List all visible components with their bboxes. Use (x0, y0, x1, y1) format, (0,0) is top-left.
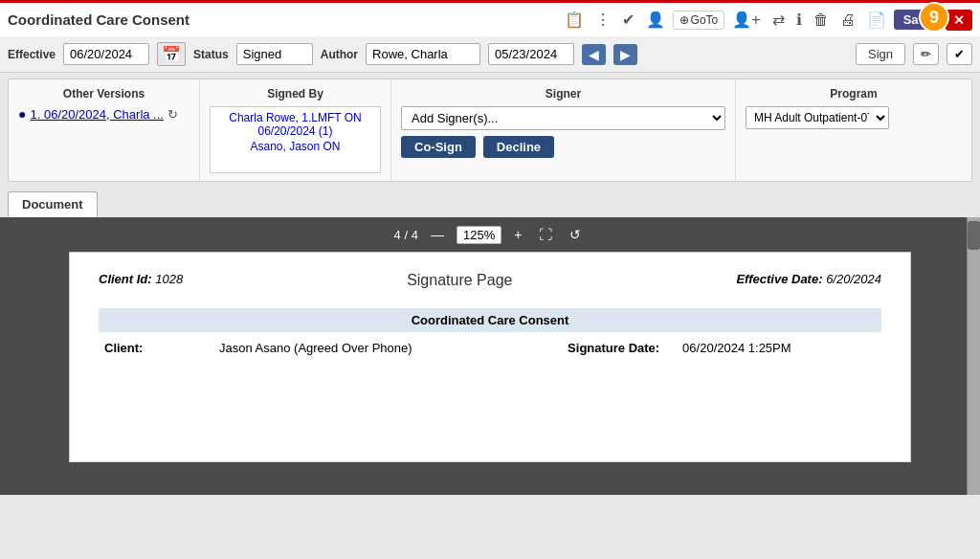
cosign-button[interactable]: Co-Sign (401, 136, 476, 158)
check-icon-button[interactable]: ✔ (618, 9, 638, 31)
edit-button[interactable]: ✏ (913, 43, 939, 65)
page-current: 4 / 4 (394, 228, 418, 242)
goto-button[interactable]: ⊕ GoTo (673, 11, 725, 30)
document-content: Client Id: 1028 Signature Page Effective… (69, 252, 911, 462)
sig-date-label-cell: Signature Date: (562, 338, 677, 358)
other-versions-header: Other Versions (18, 87, 189, 101)
decline-button[interactable]: Decline (483, 136, 554, 158)
status-input[interactable] (236, 43, 313, 65)
other-versions-item: ● 1. 06/20/2024, Charla ... ↻ (18, 106, 189, 122)
save-wrapper: Save 9 (894, 10, 942, 30)
nav-next-button[interactable]: ▶ (613, 44, 637, 65)
notification-badge: 9 (919, 2, 949, 33)
radio-dot: ● (18, 106, 26, 122)
signer-header: Signer (401, 87, 725, 101)
print-button[interactable]: 🖨 (836, 10, 859, 31)
app-title: Coordinated Care Consent (8, 11, 189, 28)
signer-dropdown: Add Signer(s)... (401, 106, 725, 130)
menu-button[interactable]: ⋮ (591, 9, 614, 31)
goto-label: GoTo (691, 13, 719, 27)
fit-page-button[interactable]: ⛶ (534, 225, 557, 244)
calendar-icon: 📅 (162, 45, 181, 63)
doc-page-title: Signature Page (407, 272, 512, 289)
status-label: Status (193, 48, 229, 61)
transfer-button[interactable]: ⇄ (768, 9, 789, 31)
nav-prev-button[interactable]: ◀ (582, 44, 606, 65)
doc-effective-date: Effective Date: 6/20/2024 (736, 272, 881, 289)
checkmark-button[interactable]: ✔ (947, 43, 972, 65)
client-value-cell: Jason Asano (Agreed Over Phone) (213, 338, 562, 358)
columns-section: Other Versions ● 1. 06/20/2024, Charla .… (8, 78, 972, 182)
tabs-row: Document (0, 188, 980, 217)
delete-icon: 🗑 (813, 11, 829, 29)
zoom-level: 125% (457, 226, 501, 244)
doc-section-title: Coordinated Care Consent (99, 308, 881, 332)
program-select[interactable]: MH Adult Outpatient-07 (746, 106, 889, 129)
author-input[interactable] (366, 43, 480, 65)
doc-icon-button[interactable]: 📋 (561, 9, 588, 31)
client-id-value: 1028 (155, 272, 183, 286)
signed-by-item[interactable]: Asano, Jason ON (214, 140, 376, 153)
signed-by-list[interactable]: Charla Rowe, 1.LMFT ON 06/20/2024 (1) As… (210, 106, 381, 173)
refresh-icon[interactable]: ↻ (167, 107, 178, 122)
info-icon: ℹ (796, 11, 802, 29)
rotate-icon: ↺ (569, 227, 581, 242)
add-person-icon: 👤+ (732, 11, 760, 29)
export-button[interactable]: 📄 (863, 9, 890, 31)
client-label: Client: (104, 341, 143, 355)
sig-date-value-cell: 06/20/2024 1:25PM (677, 338, 881, 358)
document-area: 4 / 4 — 125% + ⛶ ↺ Client Id: 1028 Signa… (0, 217, 980, 495)
add-person-button[interactable]: 👤+ (728, 9, 764, 31)
zoom-in-button[interactable]: + (509, 225, 526, 244)
author-label: Author (321, 48, 358, 61)
info-button[interactable]: ℹ (792, 9, 806, 31)
eff-date-value: 6/20/2024 (826, 272, 881, 286)
tab-document[interactable]: Document (8, 191, 98, 217)
transfer-icon: ⇄ (772, 11, 785, 29)
program-section: Program MH Adult Outpatient-07 (736, 79, 971, 181)
menu-icon: ⋮ (595, 11, 611, 29)
tab-document-label: Document (22, 197, 83, 212)
other-versions-section: Other Versions ● 1. 06/20/2024, Charla .… (9, 79, 200, 181)
doc-header-row: Client Id: 1028 Signature Page Effective… (99, 272, 881, 289)
doc-toolbar: 4 / 4 — 125% + ⛶ ↺ (394, 225, 587, 244)
delete-button[interactable]: 🗑 (810, 10, 833, 31)
print-icon: 🖨 (840, 11, 856, 29)
toolbar-row: Effective 📅 Status Author ◀ ▶ Sign ✏ ✔ (0, 36, 980, 73)
table-row: Client: Jason Asano (Agreed Over Phone) … (99, 338, 881, 358)
rotate-button[interactable]: ↺ (565, 225, 586, 244)
client-id-label: Client Id: (99, 272, 152, 286)
effective-date-input[interactable] (63, 43, 149, 65)
sign-button[interactable]: Sign (856, 43, 905, 65)
signed-by-section: Signed By Charla Rowe, 1.LMFT ON 06/20/2… (200, 79, 391, 181)
calendar-icon-button[interactable]: 📅 (157, 42, 186, 66)
checkmark-icon: ✔ (954, 47, 965, 61)
check-icon: ✔ (622, 11, 635, 29)
author-date-input[interactable] (488, 43, 574, 65)
goto-icon: ⊕ (679, 13, 689, 27)
sig-date-label: Signature Date: (568, 341, 659, 355)
version-link[interactable]: 1. 06/20/2024, Charla ... (30, 107, 163, 122)
client-id-row: Client Id: 1028 (99, 272, 183, 289)
effective-label: Effective (8, 48, 56, 61)
fit-page-icon: ⛶ (539, 227, 552, 242)
export-icon: 📄 (867, 11, 886, 29)
app-header: Coordinated Care Consent 📋 ⋮ ✔ 👤 ⊕ GoTo … (0, 0, 980, 36)
doc-icon: 📋 (565, 11, 584, 29)
signer-select[interactable]: Add Signer(s)... (401, 106, 725, 130)
close-button[interactable]: ✕ (946, 10, 972, 31)
scrollbar[interactable] (967, 217, 980, 495)
client-label-cell: Client: (99, 338, 213, 358)
header-icons: 📋 ⋮ ✔ 👤 ⊕ GoTo 👤+ ⇄ ℹ � (561, 9, 972, 31)
eff-date-label: Effective Date: (736, 272, 822, 286)
signer-section: Signer Add Signer(s)... Co-Sign Decline (391, 79, 736, 181)
program-header: Program (746, 87, 962, 101)
doc-table: Client: Jason Asano (Agreed Over Phone) … (99, 338, 881, 358)
zoom-out-button[interactable]: — (426, 225, 449, 244)
user-icon-button[interactable]: 👤 (642, 9, 669, 31)
signed-by-header: Signed By (210, 87, 381, 101)
user-icon: 👤 (646, 11, 665, 29)
scrollbar-thumb[interactable] (968, 221, 980, 250)
edit-icon: ✏ (921, 47, 931, 61)
signed-by-item[interactable]: Charla Rowe, 1.LMFT ON 06/20/2024 (1) (214, 111, 376, 138)
